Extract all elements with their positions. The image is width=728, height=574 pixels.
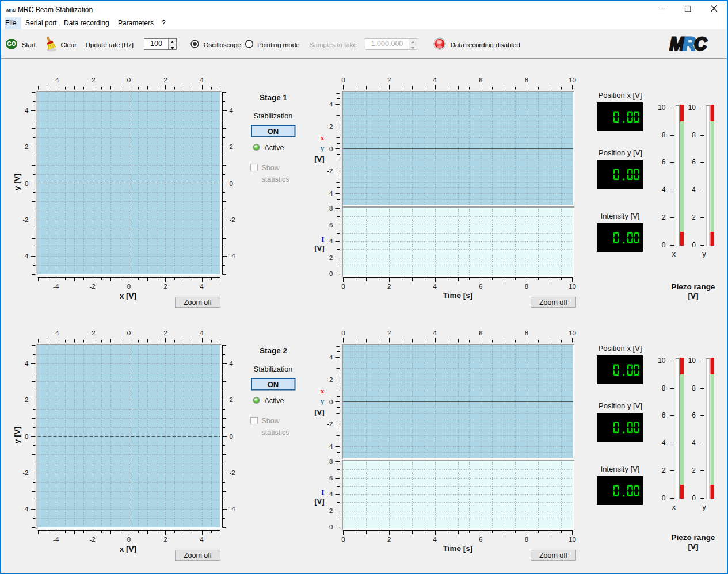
svg-text:10: 10 [569, 536, 576, 543]
svg-text:-4: -4 [22, 252, 29, 259]
svg-text:0: 0 [662, 241, 666, 249]
svg-text:I: I [321, 235, 324, 243]
svg-text:Position x [V]: Position x [V] [599, 344, 642, 353]
svg-text:6: 6 [479, 76, 482, 83]
svg-text:10: 10 [569, 283, 576, 290]
svg-text:Intensity [V]: Intensity [V] [601, 212, 640, 220]
svg-text:0: 0 [230, 180, 233, 187]
svg-text:2: 2 [329, 376, 333, 383]
svg-text:statistics: statistics [262, 175, 289, 183]
svg-text:6: 6 [479, 283, 482, 290]
svg-text:6: 6 [662, 411, 666, 419]
svg-text:Zoom off: Zoom off [539, 299, 568, 307]
svg-text:0: 0 [329, 399, 333, 405]
svg-text:-4: -4 [53, 330, 59, 336]
svg-text:4: 4 [230, 107, 234, 114]
svg-text:x: x [321, 387, 325, 395]
svg-text:8: 8 [662, 131, 666, 139]
svg-text:8: 8 [525, 283, 528, 290]
svg-text:-2: -2 [22, 216, 28, 223]
svg-text:0: 0 [127, 536, 131, 543]
svg-text:0: 0 [127, 76, 131, 83]
svg-text:4: 4 [329, 491, 333, 498]
svg-text:[V]: [V] [314, 497, 324, 506]
svg-text:4: 4 [200, 76, 204, 83]
svg-text:x: x [321, 133, 325, 142]
svg-text:x: x [672, 250, 676, 258]
svg-text:Active: Active [265, 144, 284, 152]
svg-text:0: 0 [25, 180, 28, 187]
svg-text:Intensity [V]: Intensity [V] [601, 465, 640, 473]
svg-text:Time [s]: Time [s] [443, 291, 473, 300]
svg-text:Zoom off: Zoom off [539, 552, 568, 560]
svg-text:0: 0 [127, 283, 131, 290]
svg-text:-2: -2 [22, 469, 28, 476]
svg-text:-4: -4 [327, 190, 333, 197]
svg-text:-4: -4 [53, 76, 59, 83]
svg-text:[V]: [V] [314, 408, 324, 416]
svg-text:0: 0 [341, 536, 345, 543]
svg-text:4: 4 [25, 107, 29, 114]
svg-text:8: 8 [329, 205, 333, 212]
svg-text:y [V]: y [V] [13, 427, 21, 443]
svg-text:Position y [V]: Position y [V] [599, 148, 642, 157]
svg-text:Position y [V]: Position y [V] [599, 401, 642, 410]
svg-text:-2: -2 [230, 216, 235, 223]
svg-text:4: 4 [200, 536, 204, 543]
svg-text:x [V]: x [V] [120, 292, 136, 300]
svg-text:4: 4 [433, 330, 437, 336]
svg-text:-4: -4 [327, 443, 333, 450]
svg-text:10: 10 [569, 76, 576, 83]
svg-text:4: 4 [329, 101, 333, 108]
svg-text:6: 6 [692, 158, 696, 166]
svg-text:0: 0 [329, 146, 333, 152]
svg-text:8: 8 [692, 131, 696, 139]
svg-text:Show: Show [262, 417, 280, 425]
svg-text:8: 8 [525, 330, 528, 336]
svg-text:Stage 1: Stage 1 [260, 93, 288, 102]
svg-text:-2: -2 [89, 330, 95, 336]
svg-text:statistics: statistics [262, 428, 289, 437]
svg-text:0: 0 [25, 433, 28, 440]
svg-text:4: 4 [329, 354, 333, 361]
svg-text:4: 4 [200, 330, 204, 336]
svg-text:6: 6 [329, 474, 333, 481]
svg-text:Stabilization: Stabilization [254, 112, 292, 120]
svg-text:8: 8 [525, 536, 528, 543]
svg-text:4: 4 [230, 360, 234, 367]
svg-text:y: y [702, 503, 706, 511]
svg-text:8: 8 [525, 76, 528, 83]
svg-text:2: 2 [329, 123, 333, 130]
svg-text:Time [s]: Time [s] [443, 544, 473, 553]
svg-text:2: 2 [387, 536, 391, 543]
svg-text:[V]: [V] [688, 292, 699, 300]
svg-text:y [V]: y [V] [13, 174, 21, 190]
svg-text:4: 4 [433, 76, 437, 83]
svg-text:6: 6 [692, 411, 696, 419]
svg-text:-4: -4 [22, 506, 29, 512]
svg-text:0: 0 [329, 523, 333, 530]
svg-text:2: 2 [692, 213, 696, 221]
svg-text:2: 2 [387, 283, 391, 290]
svg-text:0: 0 [341, 76, 345, 83]
svg-text:Position x [V]: Position x [V] [599, 91, 642, 100]
svg-text:Stage 2: Stage 2 [260, 346, 287, 355]
svg-text:y: y [321, 144, 325, 152]
svg-text:0: 0 [341, 330, 345, 336]
svg-text:y: y [321, 397, 325, 405]
svg-text:-4: -4 [230, 506, 236, 512]
svg-text:-4: -4 [53, 536, 59, 543]
svg-text:4: 4 [329, 238, 333, 244]
svg-text:0: 0 [230, 433, 233, 440]
svg-text:4: 4 [692, 186, 696, 194]
svg-text:8: 8 [662, 384, 666, 392]
svg-text:0: 0 [662, 494, 666, 502]
svg-text:2: 2 [662, 466, 666, 474]
svg-text:I: I [321, 488, 324, 496]
svg-text:2: 2 [163, 330, 167, 336]
svg-text:8: 8 [329, 458, 333, 465]
svg-text:2: 2 [662, 213, 666, 221]
svg-text:Show: Show [262, 164, 280, 172]
svg-text:Zoom off: Zoom off [184, 299, 212, 307]
svg-text:2: 2 [230, 143, 233, 150]
